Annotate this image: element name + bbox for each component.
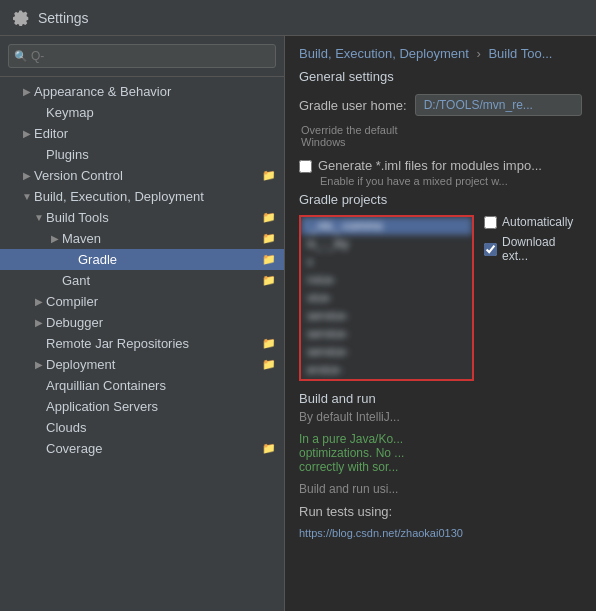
arrow-icon: ▶ <box>20 170 34 181</box>
sidebar-item-label: Arquillian Containers <box>46 378 276 393</box>
url-text: https://blog.csdn.net/zhaokai0130 <box>299 527 582 539</box>
sidebar: 🔍 ▶ Appearance & Behavior Keymap ▶ Edito… <box>0 36 285 611</box>
sidebar-item-clouds[interactable]: Clouds <box>0 417 284 438</box>
folder-icon: 📁 <box>262 442 276 455</box>
gradle-hint: Override the default Windows <box>299 124 582 148</box>
gradle-list-item[interactable]: service- <box>301 307 472 325</box>
sidebar-item-compiler[interactable]: ▶ Compiler <box>0 291 284 312</box>
main-layout: 🔍 ▶ Appearance & Behavior Keymap ▶ Edito… <box>0 36 596 611</box>
gradle-split: :_nlo_-commo lo_-_tity v rvice- vice- se… <box>299 215 582 381</box>
sidebar-item-editor[interactable]: ▶ Editor <box>0 123 284 144</box>
folder-icon: 📁 <box>262 211 276 224</box>
search-input[interactable] <box>8 44 276 68</box>
gradle-list-item[interactable]: service- <box>301 343 472 361</box>
search-icon: 🔍 <box>14 50 28 63</box>
folder-icon: 📁 <box>262 358 276 371</box>
gradle-home-value: D:/TOOLS/mvn_re... <box>415 94 582 116</box>
settings-icon <box>12 9 30 27</box>
sidebar-item-deployment[interactable]: ▶ Deployment 📁 <box>0 354 284 375</box>
breadcrumb-current: Build Too... <box>488 46 552 61</box>
hint-line2: Windows <box>301 136 346 148</box>
sidebar-tree: ▶ Appearance & Behavior Keymap ▶ Editor … <box>0 77 284 611</box>
gradle-list-item[interactable]: rvice- <box>301 271 472 289</box>
build-run-section: Build and run By default IntelliJ... In … <box>299 391 582 539</box>
arrow-icon: ▼ <box>20 191 34 202</box>
sidebar-item-maven[interactable]: ▶ Maven 📁 <box>0 228 284 249</box>
search-bar: 🔍 <box>0 36 284 77</box>
gradle-home-label: Gradle user home: <box>299 98 407 113</box>
folder-icon: 📁 <box>262 169 276 182</box>
arrow-icon: ▶ <box>20 128 34 139</box>
titlebar: Settings <box>0 0 596 36</box>
auto-checkbox[interactable] <box>484 216 497 229</box>
sidebar-item-label: Deployment <box>46 357 258 372</box>
search-wrapper: 🔍 <box>8 44 276 68</box>
sidebar-item-label: Clouds <box>46 420 276 435</box>
arrow-icon: ▶ <box>32 296 46 307</box>
build-run-desc1: By default IntelliJ... <box>299 410 582 424</box>
arrow-icon: ▶ <box>20 86 34 97</box>
breadcrumb-base: Build, Execution, Deployment <box>299 46 469 61</box>
sidebar-item-keymap[interactable]: Keymap <box>0 102 284 123</box>
download-ext-checkbox[interactable] <box>484 243 497 256</box>
sidebar-item-label: Plugins <box>46 147 276 162</box>
gradle-list-item[interactable]: :_nlo_-commo <box>301 217 472 235</box>
content-area: Build, Execution, Deployment › Build Too… <box>285 36 596 611</box>
download-ext-checkbox-label: Download ext... <box>502 235 582 263</box>
arrow-icon: ▶ <box>48 233 62 244</box>
sidebar-item-label: Maven <box>62 231 258 246</box>
hint-line1: Override the default <box>301 124 398 136</box>
gradle-projects-title: Gradle projects <box>299 192 582 207</box>
gradle-list-item[interactable]: vice- <box>301 289 472 307</box>
sidebar-item-label: Gant <box>62 273 258 288</box>
iml-checkbox[interactable] <box>299 160 312 173</box>
sidebar-item-label: Coverage <box>46 441 258 456</box>
sidebar-item-version-control[interactable]: ▶ Version Control 📁 <box>0 165 284 186</box>
iml-hint: Enable if you have a mixed project w... <box>318 175 508 187</box>
build-run-desc2b: optimizations. No ... <box>299 446 404 460</box>
content-body: General settings Gradle user home: D:/TO… <box>285 69 596 611</box>
sidebar-item-build-tools[interactable]: ▼ Build Tools 📁 <box>0 207 284 228</box>
arrow-icon: ▼ <box>32 212 46 223</box>
sidebar-item-label: Build, Execution, Deployment <box>34 189 276 204</box>
breadcrumb: Build, Execution, Deployment › Build Too… <box>285 36 596 69</box>
sidebar-item-build-exec[interactable]: ▼ Build, Execution, Deployment <box>0 186 284 207</box>
sidebar-item-label: Application Servers <box>46 399 276 414</box>
sidebar-item-gant[interactable]: Gant 📁 <box>0 270 284 291</box>
gradle-list-item[interactable]: v <box>301 253 472 271</box>
sidebar-item-coverage[interactable]: Coverage 📁 <box>0 438 284 459</box>
build-run-desc2: In a pure Java/Ko... optimizations. No .… <box>299 432 582 474</box>
sidebar-item-label: Keymap <box>46 105 276 120</box>
iml-checkbox-row: Generate *.iml files for modules impo...… <box>299 158 582 188</box>
run-tests-row: Run tests using: <box>299 504 582 519</box>
build-run-desc2c: correctly with sor... <box>299 460 398 474</box>
arrow-icon: ▶ <box>32 359 46 370</box>
gradle-list-item[interactable]: lo_-_tity <box>301 235 472 253</box>
iml-checkbox-label: Generate *.iml files for modules impo... <box>318 158 542 173</box>
folder-icon: 📁 <box>262 337 276 350</box>
window-title: Settings <box>38 10 89 26</box>
sidebar-item-label: Build Tools <box>46 210 258 225</box>
section-general-title: General settings <box>299 69 582 84</box>
sidebar-item-label: Gradle <box>78 252 258 267</box>
folder-icon: 📁 <box>262 232 276 245</box>
auto-checkbox-label: Automatically <box>502 215 573 229</box>
gradle-list-item[interactable]: ervice- <box>301 361 472 379</box>
sidebar-item-arquillian[interactable]: Arquillian Containers <box>0 375 284 396</box>
sidebar-item-label: Editor <box>34 126 276 141</box>
sidebar-item-debugger[interactable]: ▶ Debugger <box>0 312 284 333</box>
download-ext-checkbox-row: Download ext... <box>484 235 582 263</box>
sidebar-item-app-servers[interactable]: Application Servers <box>0 396 284 417</box>
folder-icon: 📁 <box>262 274 276 287</box>
sidebar-item-plugins[interactable]: Plugins <box>0 144 284 165</box>
sidebar-item-label: Version Control <box>34 168 258 183</box>
sidebar-item-gradle[interactable]: Gradle 📁 <box>0 249 284 270</box>
gradle-list-panel[interactable]: :_nlo_-commo lo_-_tity v rvice- vice- se… <box>299 215 474 381</box>
gradle-list-item[interactable]: service- <box>301 325 472 343</box>
iml-label-container: Generate *.iml files for modules impo...… <box>318 158 542 188</box>
sidebar-item-appearance[interactable]: ▶ Appearance & Behavior <box>0 81 284 102</box>
build-run-desc2a: In a pure Java/Ko... <box>299 432 403 446</box>
sidebar-item-remote-jar[interactable]: Remote Jar Repositories 📁 <box>0 333 284 354</box>
gradle-projects-section: Gradle projects :_nlo_-commo lo_-_tity v… <box>299 192 582 381</box>
sidebar-item-label: Appearance & Behavior <box>34 84 276 99</box>
